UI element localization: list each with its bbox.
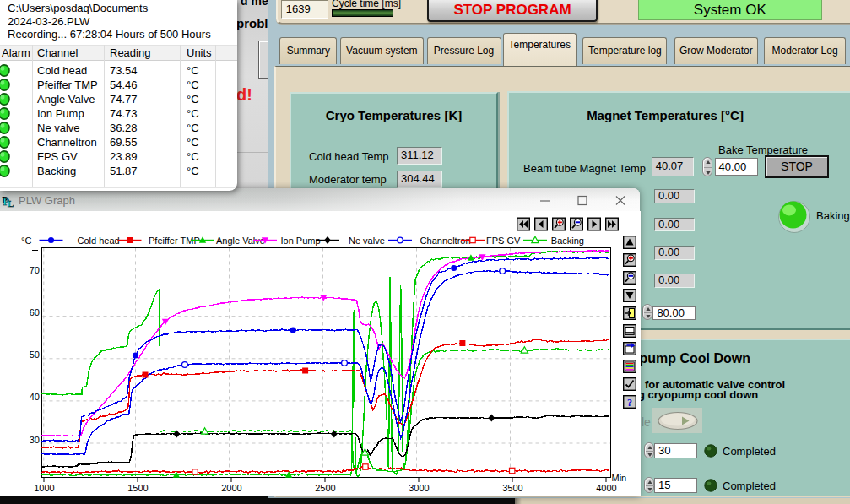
svg-text:?: ? (627, 397, 632, 409)
svg-text:Ne valve: Ne valve (349, 236, 385, 246)
svg-text:°C: °C (21, 236, 31, 246)
svg-text:Ion Pump: Ion Pump (281, 236, 321, 246)
svg-text:3000: 3000 (409, 483, 429, 493)
svg-text:2000: 2000 (221, 483, 241, 493)
svg-text:70: 70 (30, 265, 40, 275)
svg-text:60: 60 (30, 307, 40, 317)
svg-text:Min: Min (612, 473, 627, 483)
svg-text:4000: 4000 (596, 483, 616, 493)
svg-text:1000: 1000 (34, 483, 54, 493)
svg-text:1500: 1500 (127, 483, 148, 493)
svg-text:Backing: Backing (551, 236, 584, 246)
svg-text:40: 40 (30, 392, 40, 402)
svg-text:L: L (8, 198, 14, 208)
svg-text:Cold head: Cold head (78, 236, 120, 246)
svg-text:2500: 2500 (315, 483, 335, 493)
svg-text:FPS GV: FPS GV (486, 236, 521, 246)
svg-text:3500: 3500 (502, 483, 522, 493)
svg-text:30: 30 (30, 435, 40, 445)
svg-text:50: 50 (30, 350, 40, 360)
